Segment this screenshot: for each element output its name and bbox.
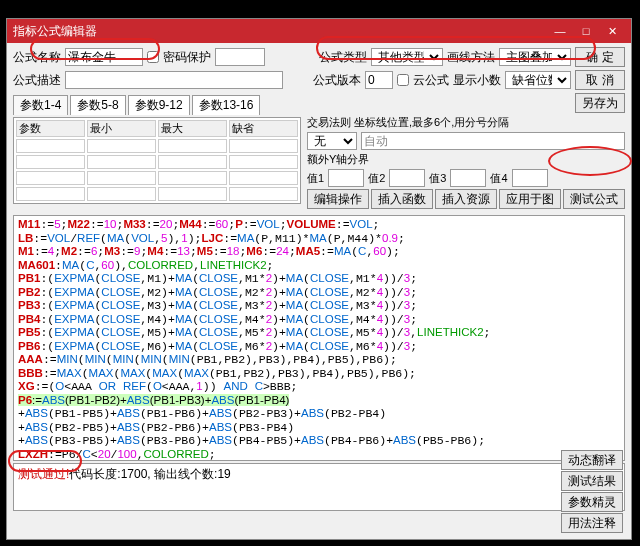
side-buttons: 动态翻译 测试结果 参数精灵 用法注释 — [561, 450, 623, 533]
titlebar: 指标公式编辑器 — □ ✕ — [7, 19, 631, 43]
v3-input[interactable] — [450, 169, 486, 187]
cancel-button[interactable]: 取 消 — [575, 70, 625, 90]
name-label: 公式名称 — [13, 49, 61, 66]
type-label: 公式类型 — [319, 49, 367, 66]
tab-params-5-8[interactable]: 参数5-8 — [70, 95, 125, 115]
ok-button[interactable]: 确 定 — [575, 47, 625, 67]
apply-chart-button[interactable]: 应用于图 — [499, 189, 561, 209]
test-formula-button[interactable]: 测试公式 — [563, 189, 625, 209]
param-wizard-button[interactable]: 参数精灵 — [561, 492, 623, 512]
cloud-label: 云公式 — [413, 72, 449, 89]
tab-params-13-16[interactable]: 参数13-16 — [192, 95, 261, 115]
pwd-label: 密码保护 — [163, 49, 211, 66]
close-icon[interactable]: ✕ — [599, 22, 625, 40]
test-result-button[interactable]: 测试结果 — [561, 471, 623, 491]
window-title: 指标公式编辑器 — [13, 23, 547, 40]
ver-input[interactable] — [365, 71, 393, 89]
auto-input[interactable] — [361, 132, 625, 150]
form-area: 公式名称 密码保护 公式类型 其他类型 画线方法 主图叠加 确 定 公式描述 公… — [7, 43, 631, 213]
dec-label: 显示小数 — [453, 72, 501, 89]
test-pass-label: 测试通过! — [18, 467, 69, 481]
param-table[interactable]: 参数最小最大缺省 — [13, 117, 301, 204]
draw-select[interactable]: 主图叠加 — [499, 48, 571, 66]
maximize-icon[interactable]: □ — [573, 22, 599, 40]
insert-res-button[interactable]: 插入资源 — [435, 189, 497, 209]
v1-input[interactable] — [328, 169, 364, 187]
edit-ops-button[interactable]: 编辑操作 — [307, 189, 369, 209]
editor-window: 指标公式编辑器 — □ ✕ 公式名称 密码保护 公式类型 其他类型 画线方法 主… — [6, 18, 632, 540]
v2-input[interactable] — [389, 169, 425, 187]
pwd-checkbox[interactable] — [147, 51, 159, 63]
draw-label: 画线方法 — [447, 49, 495, 66]
trade-select[interactable]: 无 — [307, 132, 357, 150]
extray-label: 额外Y轴分界 — [307, 152, 369, 167]
name-input[interactable] — [65, 48, 143, 66]
trade-label: 交易法则 坐标线位置,最多6个,用分号分隔 — [307, 115, 509, 130]
status-bar: 测试通过!代码长度:1700, 输出线个数:19 — [13, 463, 625, 511]
dec-select[interactable]: 缺省位数 — [505, 71, 571, 89]
v4-input[interactable] — [512, 169, 548, 187]
right-panel: 另存为 交易法则 坐标线位置,最多6个,用分号分隔 无 额外Y轴分界 值1 值2… — [307, 93, 625, 209]
code-editor[interactable]: M11:=5;M22:=10;M33:=20;M44:=60;P:=VOL;VO… — [13, 215, 625, 461]
param-block: 参数1-4 参数5-8 参数9-12 参数13-16 参数最小最大缺省 — [13, 93, 301, 209]
type-select[interactable]: 其他类型 — [371, 48, 443, 66]
status-text: 代码长度:1700, 输出线个数:19 — [69, 467, 230, 481]
insert-func-button[interactable]: 插入函数 — [371, 189, 433, 209]
saveas-button[interactable]: 另存为 — [575, 93, 625, 113]
ver-label: 公式版本 — [313, 72, 361, 89]
tab-params-1-4[interactable]: 参数1-4 — [13, 95, 68, 115]
usage-note-button[interactable]: 用法注释 — [561, 513, 623, 533]
desc-label: 公式描述 — [13, 72, 61, 89]
cloud-checkbox[interactable] — [397, 74, 409, 86]
tab-params-9-12[interactable]: 参数9-12 — [128, 95, 190, 115]
dyn-translate-button[interactable]: 动态翻译 — [561, 450, 623, 470]
desc-input[interactable] — [65, 71, 283, 89]
pwd-input[interactable] — [215, 48, 265, 66]
minimize-icon[interactable]: — — [547, 22, 573, 40]
